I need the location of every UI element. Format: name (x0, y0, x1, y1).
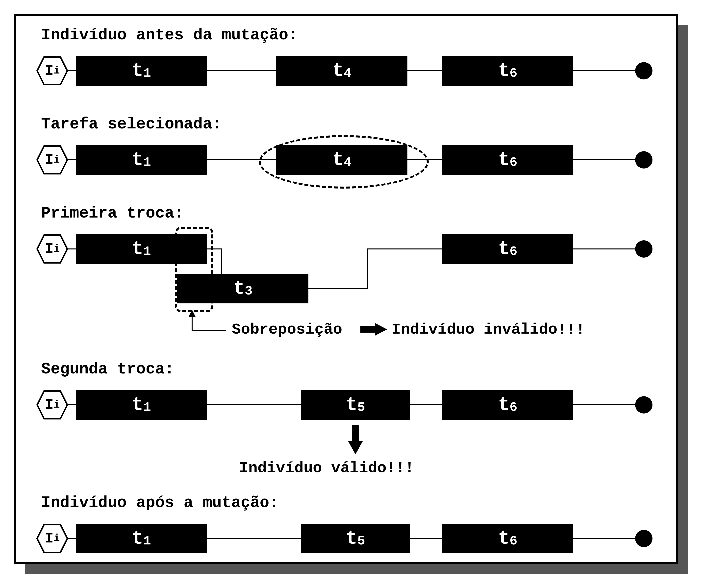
row4-hex: Ii (36, 390, 68, 420)
row4-task-2: t5 (301, 390, 410, 420)
valid-label: Indivíduo válido!!! (239, 459, 414, 477)
row3-rise-v (367, 249, 368, 289)
row4-task-3: t6 (442, 390, 573, 420)
title-before: Indivíduo antes da mutação: (41, 26, 298, 44)
row5-hex-label: Ii (36, 524, 68, 553)
row2-task-1: t1 (76, 145, 207, 175)
row4-task-1: t1 (76, 390, 207, 420)
row4-endcap (635, 396, 653, 413)
overlap-label: Sobreposição (232, 321, 342, 338)
row4-hex-label: Ii (36, 390, 68, 420)
row5-task-1: t1 (76, 524, 207, 553)
title-selected: Tarefa selecionada: (41, 115, 222, 133)
title-swap2: Segunda troca: (41, 360, 174, 378)
row3-hex: Ii (36, 234, 68, 264)
row3-top-h (367, 249, 446, 250)
valid-arrow-head (348, 441, 363, 455)
diagram-panel: Indivíduo antes da mutação: Ii t1 t4 t6 … (14, 14, 678, 564)
invalid-arrow-shaft (361, 326, 375, 333)
row1-endcap (635, 62, 653, 79)
row2-task-3: t6 (442, 145, 573, 175)
row3-rise-h (308, 288, 368, 289)
valid-arrow-shaft (352, 425, 359, 442)
row3-hex-label: Ii (36, 234, 68, 264)
invalid-arrow-head (375, 323, 387, 336)
title-after: Indivíduo após a mutação: (41, 494, 279, 512)
row3-line-end (573, 249, 645, 250)
row2-hex: Ii (36, 145, 68, 175)
row5-task-3: t6 (442, 524, 573, 553)
row5-hex: Ii (36, 524, 68, 553)
row1-hex-label: Ii (36, 56, 68, 86)
page: Indivíduo antes da mutação: Ii t1 t4 t6 … (0, 0, 701, 588)
row5-endcap (635, 530, 653, 547)
selected-ellipse (259, 135, 429, 189)
row1-task-1: t1 (76, 56, 207, 86)
row1-task-3: t6 (442, 56, 573, 86)
row1-hex: Ii (36, 56, 68, 86)
row5-task-2: t5 (301, 524, 410, 553)
row3-endcap (635, 240, 653, 258)
row1-task-2: t4 (276, 56, 408, 86)
row3-task-6: t6 (442, 234, 573, 264)
overlap-leader-h (192, 330, 226, 331)
title-swap1: Primeira troca: (41, 205, 184, 222)
invalid-label: Indivíduo inválido!!! (392, 321, 585, 338)
overlap-leader-v (192, 316, 193, 331)
overlap-box (175, 227, 213, 312)
row2-hex-label: Ii (36, 145, 68, 175)
row2-endcap (635, 151, 653, 169)
